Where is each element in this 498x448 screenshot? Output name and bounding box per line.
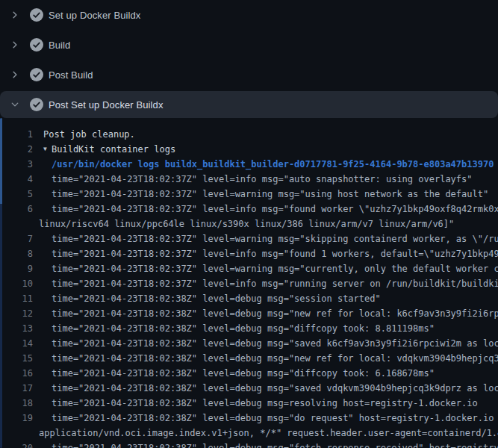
step-label: Post Build: [49, 69, 93, 81]
chevron-right-icon[interactable]: [10, 40, 19, 49]
log-line: 2▼BuildKit container logs: [0, 142, 498, 157]
log-text: linux/riscv64 linux/ppc64le linux/s390x …: [39, 217, 454, 231]
log-panel: 1Post job cleanup.2▼BuildKit container l…: [0, 118, 498, 448]
chevron-down-icon[interactable]: [10, 100, 19, 109]
log-line: 6time="2021-04-23T18:02:37Z" level=info …: [0, 202, 498, 217]
log-line: 12time="2021-04-23T18:02:38Z" level=debu…: [0, 306, 498, 321]
line-number[interactable]: 20: [0, 441, 33, 448]
log-text: time="2021-04-23T18:02:38Z" level=debug …: [52, 441, 498, 448]
line-number[interactable]: 5: [0, 187, 33, 202]
log-line: 11time="2021-04-23T18:02:38Z" level=debu…: [0, 291, 498, 306]
line-number[interactable]: 19: [0, 411, 33, 426]
log-text: time="2021-04-23T18:02:38Z" level=debug …: [52, 336, 498, 351]
log-line: 17time="2021-04-23T18:02:38Z" level=debu…: [0, 381, 498, 396]
log-line: 9time="2021-04-23T18:02:37Z" level=warni…: [0, 261, 498, 276]
log-text: time="2021-04-23T18:02:37Z" level=warnin…: [52, 187, 488, 202]
log-line: 1Post job cleanup.: [0, 127, 498, 142]
step-label: Set up Docker Buildx: [49, 10, 140, 21]
line-number[interactable]: 1: [0, 127, 33, 142]
line-number: [0, 426, 33, 441]
log-text: Post job cleanup.: [43, 127, 135, 142]
line-number[interactable]: 18: [0, 396, 33, 411]
log-line: 3/usr/bin/docker logs buildx_buildkit_bu…: [0, 157, 498, 172]
chevron-right-icon[interactable]: [10, 70, 19, 79]
success-check-circle-icon: [30, 68, 43, 81]
log-line: linux/riscv64 linux/ppc64le linux/s390x …: [0, 217, 498, 231]
log-text: time="2021-04-23T18:02:38Z" level=debug …: [52, 321, 435, 336]
log-text: time="2021-04-23T18:02:37Z" level=info m…: [52, 202, 498, 217]
log-line: 16time="2021-04-23T18:02:38Z" level=debu…: [0, 366, 498, 381]
chevron-right-icon[interactable]: [10, 10, 19, 19]
line-number[interactable]: 10: [0, 276, 33, 291]
line-number[interactable]: 14: [0, 336, 33, 351]
log-text: time="2021-04-23T18:02:38Z" level=debug …: [52, 291, 381, 306]
log-text: time="2021-04-23T18:02:38Z" level=debug …: [52, 366, 435, 381]
success-check-circle-icon: [30, 98, 43, 111]
line-number[interactable]: 16: [0, 366, 33, 381]
step-label: Build: [49, 40, 70, 51]
step-label: Post Set up Docker Buildx: [49, 99, 164, 111]
line-number[interactable]: 15: [0, 351, 33, 366]
log-text: time="2021-04-23T18:02:38Z" level=debug …: [52, 411, 498, 426]
log-text: time="2021-04-23T18:02:37Z" level=info m…: [52, 172, 473, 187]
log-line: 19time="2021-04-23T18:02:38Z" level=debu…: [0, 411, 498, 426]
log-line: 13time="2021-04-23T18:02:38Z" level=debu…: [0, 321, 498, 336]
line-number[interactable]: 6: [0, 202, 33, 217]
line-number[interactable]: 12: [0, 306, 33, 321]
step-header[interactable]: Build: [0, 30, 498, 60]
log-text: time="2021-04-23T18:02:38Z" level=debug …: [52, 306, 498, 321]
step-header[interactable]: Post Build: [0, 60, 498, 90]
line-number[interactable]: 13: [0, 321, 33, 336]
line-number[interactable]: 2: [0, 142, 33, 157]
success-check-circle-icon: [30, 8, 43, 22]
log-text: time="2021-04-23T18:02:37Z" level=warnin…: [52, 231, 498, 246]
log-text: time="2021-04-23T18:02:37Z" level=info m…: [52, 246, 498, 261]
log-line: application/vnd.oci.image.index.v1+json,…: [0, 426, 498, 441]
step-list: Set up Docker BuildxBuildPost BuildPost …: [0, 0, 498, 118]
command-text: /usr/bin/docker logs buildx_buildkit_bui…: [52, 157, 494, 172]
step-header[interactable]: Post Set up Docker Buildx: [0, 91, 498, 118]
log-line: 20time="2021-04-23T18:02:38Z" level=debu…: [0, 441, 498, 448]
log-line: 15time="2021-04-23T18:02:38Z" level=debu…: [0, 351, 498, 366]
line-number[interactable]: 17: [0, 381, 33, 396]
log-line: 14time="2021-04-23T18:02:38Z" level=debu…: [0, 336, 498, 351]
log-text: time="2021-04-23T18:02:38Z" level=debug …: [52, 351, 498, 366]
log-text: time="2021-04-23T18:02:37Z" level=warnin…: [52, 261, 498, 276]
log-line: 5time="2021-04-23T18:02:37Z" level=warni…: [0, 187, 498, 202]
log-line: 10time="2021-04-23T18:02:37Z" level=info…: [0, 276, 498, 291]
line-number: [0, 217, 33, 231]
success-check-circle-icon: [30, 38, 43, 52]
step-header[interactable]: Set up Docker Buildx: [0, 0, 498, 30]
log-text: time="2021-04-23T18:02:38Z" level=debug …: [52, 396, 478, 411]
group-toggle-icon[interactable]: ▼: [43, 142, 52, 157]
log-text: application/vnd.oci.image.index.v1+json,…: [39, 426, 498, 441]
line-number[interactable]: 3: [0, 157, 33, 172]
line-number[interactable]: 4: [0, 172, 33, 187]
log-text: time="2021-04-23T18:02:37Z" level=info m…: [52, 276, 498, 291]
log-line: 8time="2021-04-23T18:02:37Z" level=info …: [0, 246, 498, 261]
line-number[interactable]: 9: [0, 261, 33, 276]
line-number[interactable]: 7: [0, 231, 33, 246]
log-line: 4time="2021-04-23T18:02:37Z" level=info …: [0, 172, 498, 187]
log-line: 7time="2021-04-23T18:02:37Z" level=warni…: [0, 231, 498, 246]
line-number[interactable]: 8: [0, 246, 33, 261]
line-number[interactable]: 11: [0, 291, 33, 306]
log-text: time="2021-04-23T18:02:38Z" level=debug …: [52, 381, 498, 396]
log-line: 18time="2021-04-23T18:02:38Z" level=debu…: [0, 396, 498, 411]
log-text: BuildKit container logs: [52, 142, 175, 157]
